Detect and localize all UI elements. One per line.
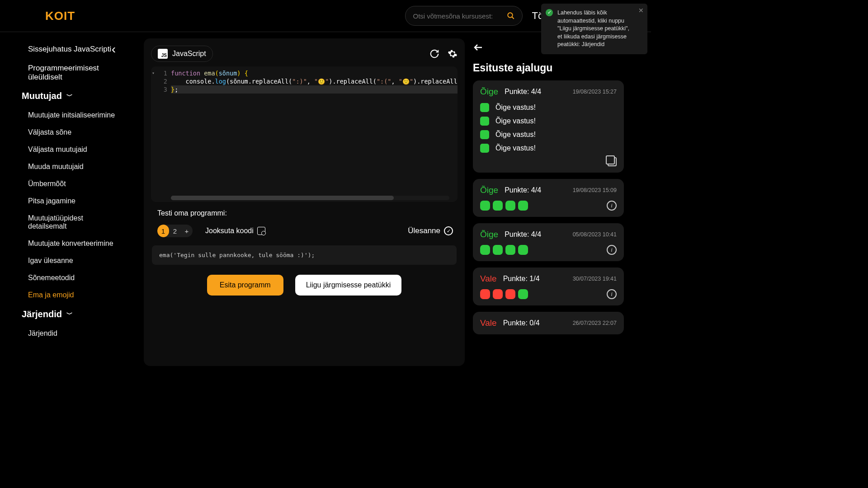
search-icon[interactable] — [507, 12, 515, 20]
test-tab[interactable]: 2 — [169, 225, 181, 237]
history-card[interactable]: ValePunkte: 1/430/07/2023 19:41i — [473, 267, 624, 305]
course-title[interactable]: Sissejuhatus JavaScripti — [0, 41, 127, 57]
points-label: Punkte: 4/4 — [505, 186, 541, 194]
result-dot — [493, 245, 503, 255]
status-label: Õige — [480, 87, 498, 97]
status-label: Vale — [480, 274, 497, 284]
section-variables-label: Muutujad — [22, 91, 62, 101]
status-square — [480, 144, 489, 153]
answer-text: Õige vastus! — [495, 103, 536, 112]
sidebar-item[interactable]: Pitsa jagamine — [0, 192, 127, 210]
result-dot — [493, 289, 503, 299]
sidebar-item[interactable]: Väljasta muutujaid — [0, 141, 127, 158]
run-button[interactable]: Jooksuta koodi — [205, 227, 265, 235]
task-label: Ülesanne — [408, 226, 440, 235]
editor-panel: JS JavaScript 1▾23 function ema(sõnum) {… — [144, 38, 465, 366]
task-check-icon: ✓ — [444, 226, 453, 235]
status-square — [480, 103, 489, 112]
status-label: Õige — [480, 185, 498, 195]
sidebar-item[interactable]: Muutujate konverteerimine — [0, 235, 127, 252]
result-dot — [505, 201, 515, 211]
sidebar-item[interactable]: Järjendid — [0, 325, 127, 342]
status-label: Vale — [480, 318, 497, 328]
sidebar-item[interactable]: Muutujatüüpidest detailsemalt — [0, 210, 127, 235]
section-arrays-label: Järjendid — [22, 309, 62, 319]
history-panel: Esituste ajalugu ÕigePunkte: 4/419/08/20… — [473, 38, 627, 366]
result-dot — [480, 201, 490, 211]
result-dot — [493, 201, 503, 211]
card-date: 30/07/2023 19:41 — [573, 276, 617, 282]
info-icon[interactable]: i — [607, 201, 617, 211]
sidebar-item[interactable]: Muuda muutujaid — [0, 158, 127, 175]
points-label: Punkte: 0/4 — [503, 319, 540, 327]
answer-text: Õige vastus! — [495, 144, 536, 152]
sidebar-item[interactable]: Muutujate initsialiseerimine — [0, 107, 127, 124]
language-badge: JS JavaScript — [151, 46, 213, 62]
result-dot — [480, 245, 490, 255]
result-dot — [518, 201, 528, 211]
result-dot — [518, 245, 528, 255]
chevron-down-icon: ﹀ — [66, 92, 73, 100]
run-icon — [257, 227, 265, 235]
svg-line-1 — [512, 17, 514, 19]
copy-icon[interactable] — [608, 157, 617, 166]
test-tabs: 12+ — [157, 225, 193, 237]
check-icon: ✓ — [546, 9, 553, 16]
result-dot — [505, 245, 515, 255]
points-label: Punkte: 4/4 — [505, 230, 541, 239]
test-input-display: ema('Tegin sulle pannkooke, tule sööma :… — [152, 245, 457, 265]
chevron-down-icon: ﹀ — [66, 310, 73, 319]
toast-text: Lahendus läbis kõik automaattestid, klik… — [557, 9, 629, 47]
sidebar-item[interactable]: Igav ülesanne — [0, 252, 127, 269]
horizontal-scrollbar[interactable] — [171, 196, 449, 200]
history-card[interactable]: ÕigePunkte: 4/405/08/2023 10:41i — [473, 223, 624, 261]
card-date: 19/08/2023 15:09 — [573, 187, 617, 193]
answer-row: Õige vastus! — [480, 144, 617, 153]
section-variables[interactable]: Muutujad ﹀ — [0, 85, 127, 107]
history-card[interactable]: ÕigePunkte: 4/419/08/2023 15:09i — [473, 179, 624, 217]
search-input[interactable] — [413, 12, 507, 20]
sidebar-item-intro[interactable]: Programmeerimisest üleüldiselt — [0, 57, 127, 85]
history-card[interactable]: ValePunkte: 0/426/07/2023 22:07 — [473, 312, 624, 334]
points-label: Punkte: 4/4 — [505, 88, 541, 96]
answer-row: Õige vastus! — [480, 117, 617, 126]
result-dot — [518, 289, 528, 299]
course-search[interactable] — [405, 6, 523, 26]
status-square — [480, 117, 489, 126]
language-label: JavaScript — [172, 50, 206, 58]
info-icon[interactable]: i — [607, 245, 617, 255]
submit-button[interactable]: Esita programm — [207, 275, 283, 296]
info-icon[interactable]: i — [607, 289, 617, 299]
status-square — [480, 130, 489, 139]
back-arrow-icon[interactable] — [473, 42, 484, 53]
history-title: Esituste ajalugu — [473, 62, 624, 74]
brand-logo[interactable]: KOIT — [45, 9, 75, 23]
status-label: Õige — [480, 230, 498, 239]
answer-row: Õige vastus! — [480, 103, 617, 112]
success-toast: ✓ Lahendus läbis kõik automaattestid, kl… — [541, 4, 647, 54]
js-icon: JS — [158, 49, 168, 59]
section-arrays[interactable]: Järjendid ﹀ — [0, 304, 127, 325]
answer-row: Õige vastus! — [480, 130, 617, 139]
sidebar-item[interactable]: Ema ja emojid — [0, 286, 127, 304]
svg-point-0 — [508, 13, 513, 18]
test-tab[interactable]: + — [181, 225, 193, 237]
sidebar-item[interactable]: Väljasta sõne — [0, 124, 127, 141]
history-card[interactable]: ÕigePunkte: 4/419/08/2023 15:27Õige vast… — [473, 80, 624, 173]
sidebar-item[interactable]: Sõnemeetodid — [0, 269, 127, 286]
code-editor[interactable]: 1▾23 function ema(sõnum) { console.log(s… — [151, 66, 458, 202]
card-date: 05/08/2023 10:41 — [573, 231, 617, 238]
run-label: Jooksuta koodi — [205, 227, 254, 235]
sidebar-item[interactable]: Ümbermõõt — [0, 175, 127, 192]
test-tab[interactable]: 1 — [157, 225, 169, 237]
result-dot — [480, 289, 490, 299]
points-label: Punkte: 1/4 — [503, 275, 540, 283]
answer-text: Õige vastus! — [495, 131, 536, 139]
next-chapter-button[interactable]: Liigu järgmisesse peatükki — [295, 275, 402, 296]
gear-icon[interactable] — [448, 49, 458, 59]
close-icon[interactable]: ✕ — [638, 6, 644, 15]
reload-icon[interactable] — [429, 49, 439, 59]
task-link[interactable]: Ülesanne ✓ — [408, 226, 458, 235]
test-section-label: Testi oma programmi: — [151, 209, 458, 217]
answer-text: Õige vastus! — [495, 117, 536, 125]
